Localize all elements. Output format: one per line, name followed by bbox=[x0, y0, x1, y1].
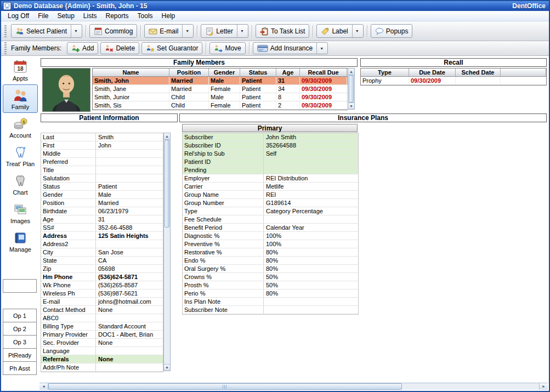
family-grid-scrollbar[interactable]: ▲ ▼ bbox=[348, 68, 355, 110]
insurance-row[interactable]: Patient ID bbox=[183, 158, 358, 166]
set-guarantor-button[interactable]: Set Guarantor bbox=[141, 42, 202, 54]
select-patient-button[interactable]: Select Patient ▼ bbox=[11, 24, 82, 38]
scroll-up-icon[interactable]: ▲ bbox=[164, 133, 170, 140]
patient-info-row[interactable]: Address2 bbox=[41, 240, 163, 248]
patient-info-row[interactable]: PositionMarried bbox=[41, 199, 163, 207]
family-row-smith-sis[interactable]: Smith, Sis Child Female Patient 2 09/30/… bbox=[93, 101, 348, 110]
insurance-row[interactable]: EmployerREI Distribution bbox=[183, 174, 358, 183]
family-col-status[interactable]: Status bbox=[240, 69, 276, 76]
insurance-row[interactable]: Subscriber ID352664588 bbox=[183, 141, 358, 150]
module-treat-plan[interactable]: Treat' Plan bbox=[3, 141, 38, 170]
patient-info-row[interactable]: StatusPatient bbox=[41, 183, 163, 191]
move-button[interactable]: Move bbox=[209, 42, 245, 54]
insurance-row[interactable]: SubscriberJohn Smith bbox=[183, 133, 358, 141]
select-patient-dropdown-icon[interactable]: ▼ bbox=[71, 25, 78, 37]
insurance-row[interactable]: Rel'ship to SubSelf bbox=[183, 150, 358, 158]
op-2-button[interactable]: Op 2 bbox=[3, 322, 37, 336]
insurance-row[interactable]: Oral Surgery %80% bbox=[183, 265, 358, 273]
commlog-button[interactable]: Commlog bbox=[89, 24, 137, 38]
insurance-row[interactable]: Diagnostic %100% bbox=[183, 232, 358, 240]
family-col-name[interactable]: Name bbox=[93, 69, 169, 76]
add-family-member-button[interactable]: Add bbox=[67, 42, 98, 54]
letter-button[interactable]: Letter ▼ bbox=[201, 24, 248, 38]
op-1-button[interactable]: Op 1 bbox=[3, 309, 37, 322]
insurance-row[interactable]: Group NumberG189614 bbox=[183, 199, 358, 207]
patient-info-row[interactable]: Age31 bbox=[41, 215, 163, 224]
patient-info-row[interactable]: Contact MethodNone bbox=[41, 306, 163, 314]
module-manage[interactable]: Manage bbox=[3, 227, 38, 255]
family-col-gender[interactable]: Gender bbox=[209, 69, 240, 76]
add-insurance-dropdown-icon[interactable]: ▼ bbox=[316, 43, 324, 54]
family-row-smith-junior[interactable]: Smith, Junior Child Male Patient 8 09/30… bbox=[93, 93, 348, 101]
scrollbar-thumb[interactable] bbox=[349, 75, 354, 103]
letter-dropdown-icon[interactable]: ▼ bbox=[237, 25, 244, 37]
scroll-down-icon[interactable]: ▼ bbox=[348, 103, 354, 109]
scroll-right-icon[interactable]: ► bbox=[539, 383, 548, 390]
insurance-row[interactable]: Group NameREI bbox=[183, 191, 358, 199]
patient-info-scrollbar[interactable]: ▲ ▼ bbox=[163, 133, 171, 371]
patient-info-row[interactable]: GenderMale bbox=[41, 191, 163, 199]
insurance-row[interactable]: Benefit PeriodCalendar Year bbox=[183, 224, 358, 232]
patient-info-row[interactable]: Sec. ProviderNone bbox=[41, 339, 163, 347]
patient-info-row[interactable]: StateCA bbox=[41, 257, 163, 265]
insurance-row[interactable]: Fee Schedule bbox=[183, 215, 358, 224]
recall-col-sched-date[interactable]: Sched Date bbox=[456, 69, 501, 76]
insurance-row[interactable]: Prosth %50% bbox=[183, 281, 358, 289]
patient-info-row[interactable]: Zip05698 bbox=[41, 265, 163, 273]
family-row-smith-jane[interactable]: Smith, Jane Married Female Patient 34 09… bbox=[93, 85, 348, 93]
menu-reports[interactable]: Reports bbox=[101, 11, 133, 21]
menu-help[interactable]: Help bbox=[157, 11, 180, 21]
patient-info-row[interactable]: Language bbox=[41, 347, 163, 355]
insurance-row[interactable]: Pending bbox=[183, 166, 358, 174]
patient-info-row[interactable]: Salutation bbox=[41, 174, 163, 183]
insurance-row[interactable]: Preventive %100% bbox=[183, 240, 358, 248]
op-3-button[interactable]: Op 3 bbox=[3, 335, 37, 349]
patient-info-row[interactable]: Address125 Satin Heights bbox=[41, 232, 163, 240]
menu-file[interactable]: File bbox=[33, 11, 53, 21]
patient-info-row[interactable]: E-mailjohns@hotmail.com bbox=[41, 298, 163, 306]
email-dropdown-icon[interactable]: ▼ bbox=[182, 25, 189, 37]
family-col-age[interactable]: Age bbox=[276, 69, 300, 76]
patient-info-row[interactable]: Preferred bbox=[41, 158, 163, 166]
delete-family-member-button[interactable]: Delete bbox=[100, 42, 139, 54]
patient-info-row[interactable]: Title bbox=[41, 166, 163, 174]
patient-info-row[interactable]: Middle bbox=[41, 150, 163, 158]
email-button[interactable]: E-mail ▼ bbox=[144, 24, 194, 38]
label-dropdown-icon[interactable]: ▼ bbox=[352, 25, 359, 37]
toolbar-grip[interactable] bbox=[4, 25, 7, 37]
popups-button[interactable]: Popups bbox=[371, 24, 413, 38]
patient-info-row[interactable]: Wireless Ph(536)987-5621 bbox=[41, 289, 163, 298]
horizontal-scrollbar[interactable]: ◄ ► bbox=[39, 383, 548, 390]
insurance-row[interactable]: Perio %80% bbox=[183, 289, 358, 298]
recall-col-due-date[interactable]: Due Date bbox=[409, 69, 456, 76]
insurance-row[interactable]: Endo %80% bbox=[183, 257, 358, 265]
insurance-row[interactable]: Subscriber Note bbox=[183, 306, 358, 314]
module-account[interactable]: $ Account bbox=[3, 113, 38, 141]
module-images[interactable]: Images bbox=[3, 198, 38, 227]
recall-row-prophy[interactable]: Prophy 09/30/2009 bbox=[361, 77, 546, 85]
op-blank-cell[interactable] bbox=[3, 279, 37, 293]
label-button[interactable]: Label ▼ bbox=[316, 24, 363, 38]
menu-lists[interactable]: Lists bbox=[79, 11, 101, 21]
patient-info-row[interactable]: Addr/Ph Note bbox=[41, 363, 163, 372]
toolbar-grip[interactable] bbox=[4, 42, 7, 54]
ptready-button[interactable]: PtReady bbox=[3, 348, 37, 362]
insurance-row[interactable]: CarrierMetlife bbox=[183, 183, 358, 191]
patient-info-row[interactable]: Birthdate06/23/1979 bbox=[41, 207, 163, 215]
ph-asst-button[interactable]: Ph Asst bbox=[3, 361, 37, 375]
menu-log-off[interactable]: Log Off bbox=[3, 11, 33, 21]
scrollbar-track[interactable] bbox=[48, 383, 539, 390]
family-row-smith-john[interactable]: Smith, John Married Male Patient 31 09/3… bbox=[93, 77, 348, 85]
insurance-row[interactable]: Restorative %80% bbox=[183, 248, 358, 257]
scroll-up-icon[interactable]: ▲ bbox=[348, 69, 354, 75]
add-insurance-button[interactable]: Add Insurance ▼ bbox=[253, 42, 328, 54]
menu-tools[interactable]: Tools bbox=[133, 11, 157, 21]
family-col-recall-due[interactable]: Recall Due bbox=[300, 69, 347, 76]
to-task-list-button[interactable]: To Task List bbox=[256, 24, 309, 38]
recall-col-type[interactable]: Type bbox=[361, 69, 409, 76]
scroll-left-icon[interactable]: ◄ bbox=[39, 383, 48, 390]
insurance-row[interactable]: Crowns %50% bbox=[183, 273, 358, 281]
patient-info-row[interactable]: FirstJohn bbox=[41, 141, 163, 150]
patient-info-row[interactable]: LastSmith bbox=[41, 133, 163, 141]
patient-info-row[interactable]: Primary ProviderDOC1 - Albert, Brian bbox=[41, 331, 163, 339]
